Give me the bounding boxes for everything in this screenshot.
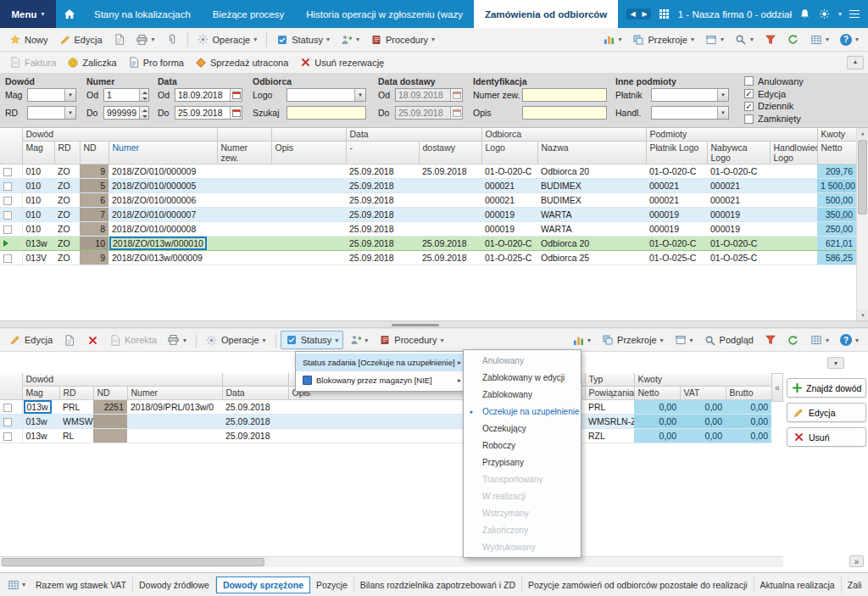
- column-header-numer[interactable]: Numer: [127, 386, 222, 399]
- layout-dropdown[interactable]: [700, 31, 729, 49]
- bottom-tab[interactable]: Zali: [842, 577, 865, 593]
- group-header-kwoty[interactable]: Kwoty: [817, 128, 856, 141]
- assign-dropdown[interactable]: [336, 31, 364, 49]
- dostawy-do-input[interactable]: 25.09.2018: [395, 106, 463, 120]
- filter-button[interactable]: [760, 331, 782, 349]
- row-selector[interactable]: [0, 207, 22, 221]
- row-selector[interactable]: [0, 399, 22, 414]
- chevron-down-icon[interactable]: [717, 107, 728, 119]
- handl-select[interactable]: [651, 106, 729, 120]
- filter-checkbox[interactable]: Anulowany: [744, 75, 804, 87]
- filter-checkbox[interactable]: Edycja: [744, 88, 804, 100]
- column-header-numer[interactable]: Numer: [108, 141, 217, 164]
- print-button[interactable]: [131, 31, 160, 49]
- group-header-odbiorca[interactable]: Odbiorca: [481, 128, 646, 141]
- status-menu-item[interactable]: Status zadania [Oczekuje na uzupełnienie…: [296, 354, 464, 371]
- column-header-nabywca-logo[interactable]: Nabywca Logo: [707, 141, 770, 164]
- row-checkbox[interactable]: [3, 404, 12, 412]
- calendar-icon[interactable]: [230, 107, 242, 119]
- lost-sale-button[interactable]: Sprzedaż utracona: [190, 53, 293, 72]
- row-selector[interactable]: [0, 221, 22, 236]
- help-dropdown[interactable]: [835, 331, 864, 349]
- column-header-rd[interactable]: RD: [54, 141, 80, 164]
- find-document-button[interactable]: Znajdź dowód: [787, 378, 866, 398]
- sections-dropdown[interactable]: Przekroje: [627, 31, 698, 49]
- collapse-side-panel-button[interactable]: [771, 373, 783, 402]
- number-spinner[interactable]: [139, 89, 148, 101]
- row-checkbox[interactable]: [3, 418, 12, 426]
- procedures-dropdown[interactable]: Procedury: [365, 31, 440, 49]
- chart-dropdown[interactable]: [567, 331, 596, 349]
- column-header-opis[interactable]: Opis: [271, 141, 346, 164]
- column-header-nazwa[interactable]: Nazwa: [537, 141, 646, 164]
- chevron-down-icon[interactable]: [838, 10, 842, 18]
- panel-splitter[interactable]: [0, 320, 868, 328]
- column-header-numer-zew[interactable]: Numer zew.: [217, 141, 271, 164]
- topbar-tab[interactable]: Zamówienia od odbiorców: [474, 0, 618, 28]
- row-checkbox[interactable]: [3, 168, 12, 176]
- status-option[interactable]: Zakończony: [464, 521, 581, 538]
- edit-linked-button[interactable]: Edycja: [787, 403, 866, 422]
- order-row[interactable]: 010ZO62018/ZO/010/00000625.09.2018000021…: [0, 192, 856, 207]
- linked-row[interactable]: 013wPRL22512018/09/PRL/013w/025.09.2018P…: [0, 399, 771, 414]
- order-row[interactable]: 010ZO92018/ZO/010/00000925.09.201825.09.…: [0, 164, 856, 178]
- preview-button[interactable]: Podgląd: [699, 331, 759, 349]
- topbar-tab[interactable]: Bieżące procesy: [202, 0, 295, 28]
- group-header-typ[interactable]: Typ: [585, 373, 634, 386]
- status-option[interactable]: Wstrzymany: [464, 504, 581, 521]
- topbar-tab[interactable]: Historia operacji w zgłoszeniu (wazy: [295, 0, 474, 28]
- collapse-linked-panel-button[interactable]: [827, 357, 844, 369]
- column-header-powiazania[interactable]: Powiązania: [585, 386, 634, 399]
- operations-dropdown[interactable]: Operacje: [201, 331, 271, 349]
- status-option[interactable]: W realizacji: [464, 487, 581, 504]
- column-header-handlowiec-logo[interactable]: Handlowiec Logo: [770, 141, 817, 164]
- refresh-button[interactable]: [782, 331, 804, 349]
- column-header-platnik-logo[interactable]: Płatnik Logo: [646, 141, 707, 164]
- bottom-tab[interactable]: Pozycje: [310, 577, 354, 593]
- help-dropdown[interactable]: [835, 31, 864, 49]
- column-header-brutto[interactable]: Brutto: [726, 386, 771, 399]
- filter-checkbox[interactable]: Zamknięty: [744, 113, 804, 125]
- status-option[interactable]: Zablokowany: [464, 386, 581, 403]
- collapse-filter-panel-button[interactable]: [847, 56, 864, 70]
- new-button[interactable]: Nowy: [4, 31, 53, 49]
- vertical-scrollbar[interactable]: [856, 128, 868, 320]
- grid-options-dropdown[interactable]: [805, 31, 834, 49]
- assign-dropdown[interactable]: [344, 331, 373, 349]
- filter-button[interactable]: [760, 31, 782, 49]
- order-row[interactable]: 010ZO52018/ZO/010/00000525.09.2018000021…: [0, 178, 856, 192]
- procedures-dropdown[interactable]: Procedury: [374, 331, 448, 349]
- chevron-down-icon[interactable]: [64, 89, 75, 101]
- column-header-netto[interactable]: Netto: [634, 386, 680, 399]
- order-row[interactable]: 013VZO92018/ZO/013w/00000925.09.201825.0…: [0, 250, 856, 265]
- row-checkbox[interactable]: [3, 197, 12, 205]
- group-header-dowod[interactable]: Dowód: [22, 373, 222, 386]
- horizontal-scrollbar[interactable]: [0, 556, 783, 567]
- status-option[interactable]: Transportowany: [464, 471, 581, 487]
- order-row[interactable]: 010ZO82018/ZO/010/00000825.09.2018000019…: [0, 221, 856, 236]
- select-all-header[interactable]: [0, 128, 22, 164]
- data-do-input[interactable]: 25.09.2018: [175, 106, 242, 120]
- bottom-tab[interactable]: Aktualna realizacja: [754, 577, 842, 593]
- number-spinner[interactable]: [139, 107, 148, 119]
- status-option[interactable]: Oczekuje na uzupełnienie: [464, 403, 581, 420]
- column-header-vat[interactable]: VAT: [680, 386, 726, 399]
- column-header-nd[interactable]: ND: [93, 386, 127, 399]
- bottom-tab[interactable]: Razem wg stawek VAT: [30, 577, 133, 593]
- chevron-down-icon[interactable]: [354, 89, 365, 101]
- status-option[interactable]: Anulowany: [464, 352, 581, 369]
- opis-input[interactable]: [522, 106, 607, 120]
- numer-od-input[interactable]: 1: [103, 88, 149, 102]
- document-button[interactable]: [108, 31, 131, 49]
- linked-row[interactable]: 013wRL25.09.2018RZL0,000,000,00: [0, 428, 771, 443]
- scroll-down-icon[interactable]: [857, 309, 868, 320]
- group-header-data[interactable]: Data: [346, 128, 481, 141]
- operations-dropdown[interactable]: Operacje: [192, 31, 263, 49]
- row-selector[interactable]: [0, 236, 22, 250]
- scroll-tabs-right-icon[interactable]: [639, 8, 651, 19]
- row-checkbox[interactable]: [3, 226, 12, 234]
- row-selector[interactable]: [0, 164, 22, 178]
- remove-reservation-button[interactable]: Usuń rezerwację: [294, 53, 389, 72]
- column-header-dostawy[interactable]: dostawy: [419, 141, 481, 164]
- advance-button[interactable]: Zaliczka: [62, 53, 121, 72]
